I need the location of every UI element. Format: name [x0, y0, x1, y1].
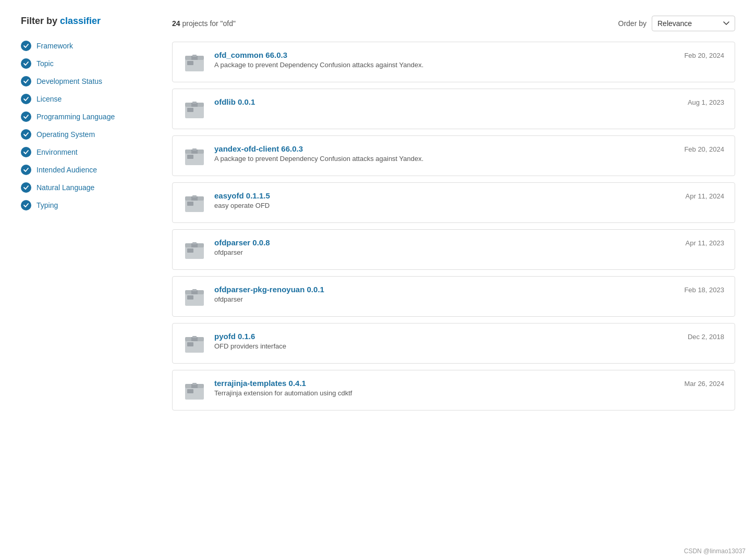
sidebar-item-label-license: License	[36, 95, 62, 103]
project-description-easyofd: easy operate OFD	[214, 202, 677, 209]
project-date-ofdparser: Apr 11, 2023	[686, 238, 724, 247]
check-circle-icon	[21, 129, 31, 140]
project-icon	[183, 191, 206, 214]
sidebar-item-label-programming-language: Programming Language	[36, 113, 115, 121]
project-info: pyofd 0.1.6 OFD providers interface	[214, 332, 679, 350]
project-icon	[183, 285, 206, 308]
project-icon	[183, 332, 206, 355]
project-date-yandex-ofd-client: Feb 20, 2024	[684, 144, 724, 153]
sidebar: Filter by classifier Framework Topic Dev…	[21, 16, 172, 544]
project-description-yandex-ofd-client: A package to prevent Dependency Confusio…	[214, 155, 676, 163]
project-icon	[183, 144, 206, 167]
project-info: yandex-ofd-client 66.0.3 A package to pr…	[214, 144, 676, 163]
order-by-label: Order by	[618, 19, 647, 28]
svg-rect-31	[187, 342, 193, 346]
project-date-terrajinja-templates: Mar 26, 2024	[684, 379, 724, 388]
order-by-select[interactable]: Relevance Date Name	[652, 16, 735, 31]
results-label: projects for "ofd"	[182, 19, 236, 28]
check-circle-icon	[21, 111, 31, 122]
sidebar-item-label-topic: Topic	[36, 59, 54, 68]
project-card-easyofd: easyofd 0.1.1.5 easy operate OFD Apr 11,…	[172, 182, 735, 223]
svg-rect-39	[192, 383, 197, 385]
check-circle-icon	[21, 76, 31, 86]
svg-rect-6	[187, 108, 193, 112]
sidebar-item-label-intended-audience: Intended Audience	[36, 166, 97, 174]
project-date-ofd-common: Feb 20, 2024	[684, 51, 724, 59]
filter-by-label: Filter by	[21, 16, 60, 26]
project-date-easyofd: Apr 11, 2024	[686, 191, 724, 200]
main-header: 24 projects for "ofd" Order by Relevance…	[172, 16, 735, 31]
project-card-ofdlib: ofdlib 0.0.1 Aug 1, 2023	[172, 89, 735, 129]
project-icon	[183, 379, 206, 402]
sidebar-item-framework[interactable]: Framework	[21, 37, 156, 55]
project-description-ofd-common: A package to prevent Dependency Confusio…	[214, 61, 676, 69]
sidebar-item-typing[interactable]: Typing	[21, 196, 156, 214]
check-circle-icon	[21, 165, 31, 175]
sidebar-item-license[interactable]: License	[21, 90, 156, 108]
check-circle-icon	[21, 182, 31, 193]
project-card-pyofd: pyofd 0.1.6 OFD providers interface Dec …	[172, 323, 735, 364]
project-card-ofd-common: ofd_common 66.0.3 A package to prevent D…	[172, 42, 735, 82]
svg-rect-9	[192, 102, 197, 104]
svg-rect-11	[187, 155, 193, 159]
project-card-ofdparser-pkg-renoyuan: ofdparser-pkg-renoyuan 0.0.1 ofdparser F…	[172, 276, 735, 317]
project-info: ofdlib 0.0.1	[214, 97, 679, 106]
project-icon	[183, 238, 206, 261]
sidebar-title: Filter by classifier	[21, 16, 156, 27]
svg-rect-14	[192, 148, 197, 151]
projects-list: ofd_common 66.0.3 A package to prevent D…	[172, 42, 735, 410]
project-title-yandex-ofd-client[interactable]: yandex-ofd-client 66.0.3	[214, 144, 303, 153]
classifier-link[interactable]: classifier	[60, 16, 101, 26]
project-description-terrajinja-templates: Terrajinja extension for automation usin…	[214, 389, 676, 397]
project-title-ofdparser-pkg-renoyuan[interactable]: ofdparser-pkg-renoyuan 0.0.1	[214, 285, 324, 294]
main-content: 24 projects for "ofd" Order by Relevance…	[172, 16, 735, 544]
svg-rect-21	[187, 248, 193, 253]
project-title-easyofd[interactable]: easyofd 0.1.1.5	[214, 191, 270, 200]
project-icon	[183, 51, 206, 73]
sidebar-item-label-environment: Environment	[36, 148, 78, 156]
sidebar-item-programming-language[interactable]: Programming Language	[21, 108, 156, 126]
svg-rect-19	[192, 195, 197, 197]
svg-rect-26	[187, 295, 193, 300]
check-circle-icon	[21, 147, 31, 157]
svg-rect-16	[187, 202, 193, 206]
svg-rect-4	[192, 55, 197, 57]
project-info: terrajinja-templates 0.4.1 Terrajinja ex…	[214, 379, 676, 397]
results-text: 24 projects for "ofd"	[172, 19, 236, 28]
svg-rect-24	[192, 242, 197, 244]
project-title-ofdparser[interactable]: ofdparser 0.0.8	[214, 238, 270, 247]
project-title-terrajinja-templates[interactable]: terrajinja-templates 0.4.1	[214, 379, 306, 388]
sidebar-item-label-natural-language: Natural Language	[36, 183, 94, 192]
project-title-pyofd[interactable]: pyofd 0.1.6	[214, 332, 255, 341]
sidebar-item-operating-system[interactable]: Operating System	[21, 126, 156, 143]
sidebar-item-natural-language[interactable]: Natural Language	[21, 179, 156, 196]
check-circle-icon	[21, 200, 31, 210]
sidebar-item-topic[interactable]: Topic	[21, 55, 156, 72]
sidebar-item-label-development-status: Development Status	[36, 77, 102, 85]
project-card-terrajinja-templates: terrajinja-templates 0.4.1 Terrajinja ex…	[172, 370, 735, 410]
svg-rect-29	[192, 289, 197, 291]
check-circle-icon	[21, 58, 31, 69]
svg-rect-36	[187, 389, 193, 393]
project-title-ofdlib[interactable]: ofdlib 0.0.1	[214, 97, 255, 106]
project-info: ofd_common 66.0.3 A package to prevent D…	[214, 51, 676, 69]
project-card-ofdparser: ofdparser 0.0.8 ofdparser Apr 11, 2023	[172, 229, 735, 270]
project-title-ofd-common[interactable]: ofd_common 66.0.3	[214, 51, 287, 59]
project-info: easyofd 0.1.1.5 easy operate OFD	[214, 191, 677, 209]
project-info: ofdparser-pkg-renoyuan 0.0.1 ofdparser	[214, 285, 676, 303]
project-info: ofdparser 0.0.8 ofdparser	[214, 238, 677, 256]
project-date-ofdlib: Aug 1, 2023	[688, 97, 724, 106]
sidebar-item-development-status[interactable]: Development Status	[21, 72, 156, 90]
svg-rect-34	[192, 336, 197, 338]
project-card-yandex-ofd-client: yandex-ofd-client 66.0.3 A package to pr…	[172, 135, 735, 176]
sidebar-item-environment[interactable]: Environment	[21, 143, 156, 161]
project-description-ofdparser: ofdparser	[214, 248, 677, 256]
sidebar-item-intended-audience[interactable]: Intended Audience	[21, 161, 156, 179]
check-circle-icon	[21, 41, 31, 51]
project-date-ofdparser-pkg-renoyuan: Feb 18, 2023	[684, 285, 724, 294]
results-count: 24	[172, 19, 180, 28]
project-description-ofdparser-pkg-renoyuan: ofdparser	[214, 295, 676, 303]
project-description-pyofd: OFD providers interface	[214, 342, 679, 350]
order-by-wrapper: Order by Relevance Date Name	[618, 16, 735, 31]
sidebar-item-label-typing: Typing	[36, 201, 58, 209]
